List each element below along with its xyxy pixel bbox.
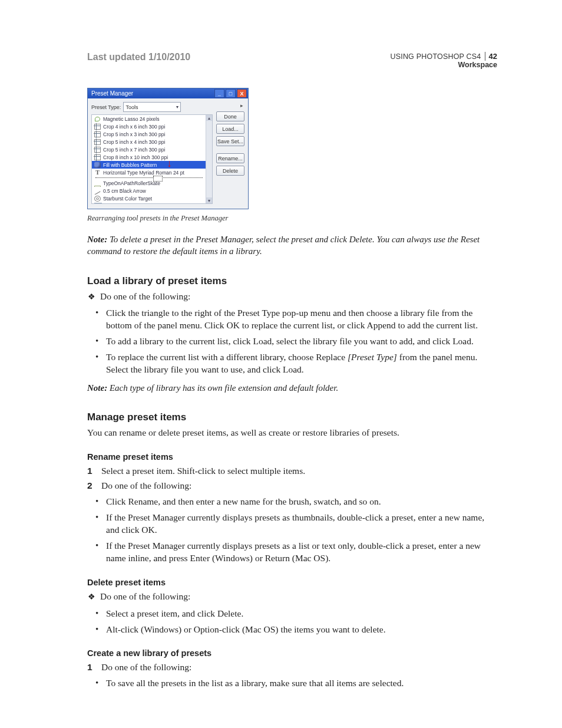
note-paragraph: Note: Each type of library has its own f…	[87, 382, 497, 394]
preset-type-dropdown[interactable]: Tools ▾	[123, 102, 181, 112]
crop-icon	[94, 131, 101, 137]
delete-button[interactable]: Delete	[216, 166, 244, 176]
lead-load: Do one of the following:	[87, 291, 497, 303]
maximize-icon[interactable]: □	[226, 89, 236, 98]
preset-manager-dialog: Preset Manager _ □ X Preset Type: Tools …	[87, 88, 249, 209]
list-item[interactable]: THorizontal Type Myriad Roman 24 pt	[92, 169, 206, 176]
note-text: Each type of library has its own file ex…	[110, 383, 338, 393]
crop-icon	[94, 154, 101, 160]
list-item[interactable]: Art History Brush 20 pixels	[92, 202, 206, 204]
scrollbar[interactable]: ▴ ▾	[206, 115, 212, 203]
last-updated: Last updated 1/10/2010	[87, 52, 190, 62]
crop-icon	[94, 139, 101, 145]
drag-insertion-line	[95, 177, 203, 178]
note-text: To delete a preset in the Preset Manager…	[87, 235, 480, 256]
lasso-icon	[94, 116, 101, 122]
page-number: 42	[485, 52, 497, 61]
bullet-item: To replace the current list with a diffe…	[95, 351, 497, 376]
preset-list: Magnetic Lasso 24 pixels Crop 4 inch x 6…	[91, 114, 213, 204]
preset-type-label: Preset Type:	[91, 104, 121, 110]
lead-delete: Do one of the following:	[87, 591, 497, 603]
target-icon	[94, 196, 101, 202]
section-name: Workspace	[390, 61, 497, 69]
diamond-bullet-icon	[87, 591, 95, 603]
heading-rename: Rename preset items	[87, 452, 497, 462]
list-item[interactable]: 0.5 cm Black Arrow	[92, 187, 206, 195]
doc-title: USING PHOTOSHOP CS4	[390, 52, 481, 61]
page-header: Last updated 1/10/2010 USING PHOTOSHOP C…	[87, 52, 497, 69]
bullet-item: To save all the presets in the list as a…	[95, 677, 497, 690]
list-item[interactable]: Crop 4 inch x 6 inch 300 ppi	[92, 123, 206, 130]
crop-icon	[94, 124, 101, 130]
type-icon	[94, 186, 101, 187]
line-icon	[94, 188, 101, 194]
chevron-down-icon: ▾	[176, 104, 178, 110]
note-paragraph: Note: To delete a preset in the Preset M…	[87, 233, 497, 258]
list-item[interactable]: Magnetic Lasso 24 pixels	[92, 115, 206, 123]
bullet-item: Alt-click (Windows) or Option-click (Mac…	[95, 624, 497, 636]
list-item-selected[interactable]: Fill with Bubbles Pattern	[92, 161, 206, 169]
drag-arrow-icon: ↓	[167, 157, 172, 170]
list-item[interactable]: Starburst Color Target	[92, 195, 206, 202]
heading-load-library: Load a library of preset items	[87, 275, 497, 287]
bullet-item: If the Preset Manager currently displays…	[95, 540, 497, 565]
diamond-bullet-icon	[87, 291, 95, 303]
note-label: Note:	[87, 235, 107, 244]
close-icon[interactable]: X	[237, 89, 247, 98]
brush-icon	[94, 162, 101, 168]
dialog-title: Preset Manager	[91, 90, 133, 97]
load-button[interactable]: Load...	[216, 124, 244, 134]
rename-button[interactable]: Rename...	[216, 153, 244, 163]
step-item: 1Select a preset item. Shift-click to se…	[87, 465, 497, 477]
bullet-item: To add a library to the current list, cl…	[95, 335, 497, 348]
figure-caption: Rearranging tool presets in the Preset M…	[87, 214, 497, 223]
bullet-item: Select a preset item, and click Delete.	[95, 608, 497, 620]
done-button[interactable]: Done	[216, 111, 244, 121]
heading-manage: Manage preset items	[87, 411, 497, 423]
art-history-icon	[94, 203, 102, 205]
bullet-item: If the Preset Manager currently displays…	[95, 512, 497, 536]
save-set-button[interactable]: Save Set...	[216, 136, 244, 146]
panel-menu-icon[interactable]: ▸	[240, 102, 244, 109]
minimize-icon[interactable]: _	[214, 89, 224, 98]
step-item: 1Do one of the following:	[87, 661, 497, 674]
bullet-item: Click the triangle to the right of the P…	[95, 307, 497, 332]
heading-create: Create a new library of presets	[87, 648, 497, 658]
list-item[interactable]: Crop 8 inch x 10 inch 300 ppi	[92, 153, 206, 161]
crop-icon	[94, 147, 101, 153]
scroll-down-icon[interactable]: ▾	[206, 197, 212, 203]
scroll-up-icon[interactable]: ▴	[206, 115, 212, 121]
step-item: 2Do one of the following:	[87, 480, 497, 492]
list-item[interactable]: TypeOnAPathRollerSkate	[92, 179, 206, 187]
list-item[interactable]: Crop 5 inch x 3 inch 300 ppi	[92, 130, 206, 138]
preset-type-value: Tools	[125, 104, 138, 110]
note-label: Note:	[87, 383, 107, 393]
bullet-item: Click Rename, and then enter a new name …	[95, 496, 497, 508]
manage-intro: You can rename or delete preset items, a…	[87, 427, 497, 439]
list-item[interactable]: Crop 5 inch x 7 inch 300 ppi	[92, 146, 206, 153]
dialog-titlebar: Preset Manager _ □ X	[88, 88, 248, 98]
heading-delete: Delete preset items	[87, 578, 497, 587]
list-item[interactable]: Crop 5 inch x 4 inch 300 ppi	[92, 138, 206, 146]
type-icon: T	[94, 170, 101, 176]
